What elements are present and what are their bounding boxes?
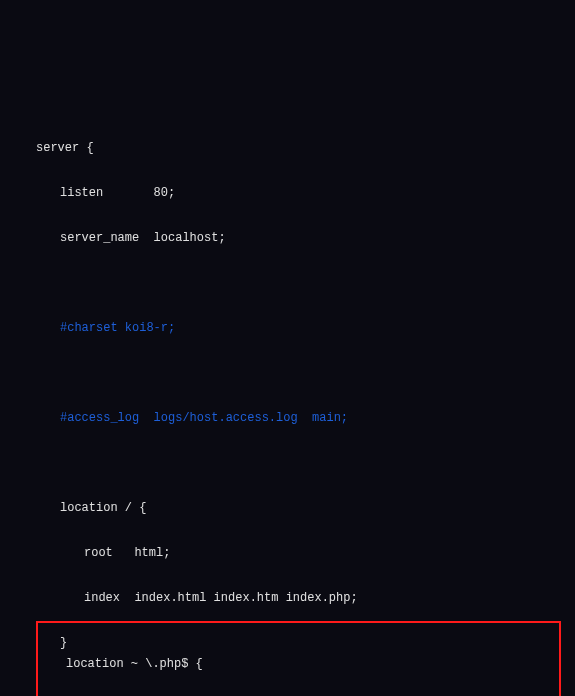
highlighted-php-location-block: location ~ \.php$ { root /var/www/html; … — [36, 621, 561, 696]
code-line: root html; — [0, 546, 575, 561]
code-line-comment: #charset koi8-r; — [0, 321, 575, 336]
code-line: location / { — [0, 501, 575, 516]
code-line: server_name localhost; — [0, 231, 575, 246]
code-line-comment: #access_log logs/host.access.log main; — [0, 411, 575, 426]
code-line: server { — [0, 141, 575, 156]
nginx-config-code: server { listen 80; server_name localhos… — [0, 60, 575, 696]
code-line: location ~ \.php$ { — [38, 657, 559, 672]
code-line: listen 80; — [0, 186, 575, 201]
code-line: index index.html index.htm index.php; — [0, 591, 575, 606]
